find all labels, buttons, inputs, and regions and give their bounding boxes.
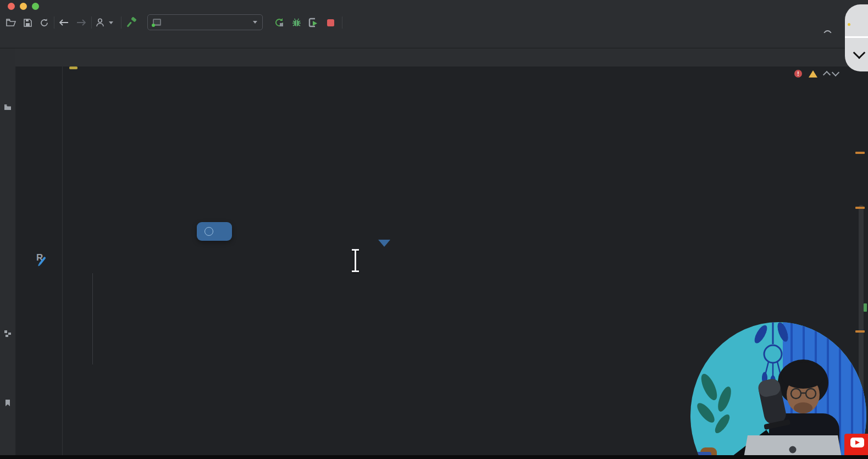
camera-widget-dot <box>848 23 850 26</box>
youtube-play-icon <box>850 438 864 447</box>
sidebar-item-structure[interactable] <box>0 339 15 386</box>
sidebar-item-bookmarks[interactable] <box>0 408 15 452</box>
indent-guide <box>92 273 93 364</box>
toolbar-separator <box>54 16 54 29</box>
previous-problem-icon[interactable] <box>823 71 831 79</box>
bookmarks-icon <box>4 399 12 407</box>
main-toolbar <box>0 12 868 34</box>
ide-window: R ! <box>0 0 868 459</box>
warning-triangle-icon <box>809 70 817 78</box>
chevron-down-icon[interactable] <box>853 47 866 59</box>
warning-stripe-mark <box>855 152 865 154</box>
run-configuration-select[interactable] <box>147 14 263 30</box>
coverage-icon[interactable] <box>307 16 320 29</box>
intention-tooltip[interactable] <box>197 222 232 241</box>
warning-stripe-mark <box>855 330 865 333</box>
debug-bug-icon[interactable] <box>290 16 303 29</box>
text-cursor-pointer <box>350 248 361 273</box>
ok-stripe-mark <box>864 303 867 312</box>
structure-icon <box>4 330 12 338</box>
toolbar-separator <box>121 16 121 29</box>
run-config-dropdown-arrow[interactable] <box>253 21 257 24</box>
clipped-code-fragment <box>69 67 78 69</box>
warning-stripe-mark <box>855 207 865 209</box>
minimize-window-button[interactable] <box>20 3 27 10</box>
bottom-edge-bar <box>0 455 868 459</box>
camera-widget-divider <box>845 36 868 38</box>
r-pencil-gutter-icon[interactable]: R <box>36 252 53 268</box>
inspections-widget[interactable]: ! <box>794 69 838 78</box>
sync-icon[interactable] <box>37 16 51 29</box>
project-folder-icon <box>4 103 12 111</box>
back-icon[interactable] <box>57 16 70 29</box>
breadcrumb <box>0 33 868 48</box>
app-config-icon <box>153 19 161 26</box>
build-hammer-icon[interactable] <box>125 16 139 29</box>
user-profile-icon[interactable] <box>95 16 114 29</box>
question-circle-icon <box>204 227 213 236</box>
gutter-separator <box>62 67 63 459</box>
rerun-icon[interactable] <box>273 16 286 29</box>
zoom-window-button[interactable] <box>32 3 39 10</box>
tooltip-tail <box>378 240 390 247</box>
error-badge-icon: ! <box>794 70 802 78</box>
user-dropdown-arrow[interactable] <box>109 21 113 24</box>
camera-widget-overlay[interactable] <box>845 4 868 71</box>
toolbar-separator <box>342 16 342 29</box>
close-window-button[interactable] <box>8 3 15 10</box>
forward-icon[interactable] <box>75 16 88 29</box>
stop-icon[interactable] <box>324 16 337 29</box>
editor-tab-bar <box>15 48 868 67</box>
save-icon[interactable] <box>21 16 34 29</box>
next-problem-icon[interactable] <box>832 69 839 76</box>
toolbar-separator <box>91 16 92 29</box>
title-bar <box>0 0 868 12</box>
open-folder-icon[interactable] <box>4 16 18 29</box>
sidebar-item-project[interactable] <box>0 57 15 101</box>
